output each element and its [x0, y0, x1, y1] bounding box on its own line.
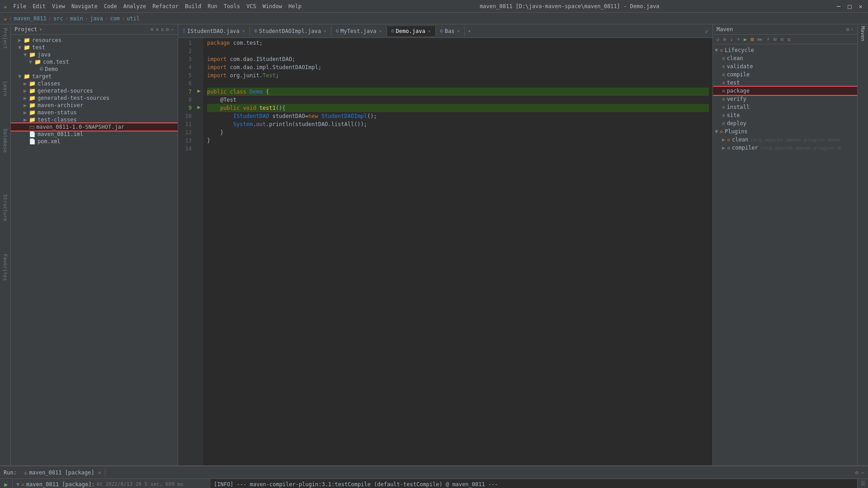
- output-settings-icon[interactable]: ☰: [861, 481, 865, 487]
- m-icon[interactable]: m: [749, 36, 755, 43]
- tab-studentdaoimpl[interactable]: © StudentDAOImpl.java ✕: [250, 26, 331, 36]
- tab-close-icon[interactable]: ✕: [428, 28, 431, 33]
- close-button[interactable]: ✕: [857, 3, 864, 10]
- maximize-button[interactable]: □: [846, 3, 853, 10]
- menu-code[interactable]: Code: [101, 2, 120, 10]
- layout-icon[interactable]: ⊞: [772, 36, 778, 43]
- tab-close-icon[interactable]: ✕: [324, 28, 326, 33]
- tree-item-maven-archiver[interactable]: ▶ 📁 maven-archiver: [11, 102, 178, 109]
- menu-view[interactable]: View: [49, 2, 68, 10]
- sort-icon[interactable]: ⇅: [160, 26, 164, 33]
- tree-item-classes[interactable]: ▶ 📁 classes: [11, 80, 178, 87]
- minimize-panel-icon[interactable]: —: [171, 26, 174, 33]
- locate-icon[interactable]: ⊕: [151, 26, 154, 33]
- code-editor[interactable]: package com.test; import com.dao.IStuden…: [203, 38, 712, 465]
- run-tab-maven[interactable]: ⚠ maven_0811 [package] ✕: [20, 469, 105, 477]
- tab-bas[interactable]: © Bas ✕: [436, 26, 465, 36]
- tree-item-gen-test-sources[interactable]: ▶ 📁 generated-test-sources: [11, 94, 178, 102]
- tree-item-iml[interactable]: 📄 maven_0811.iml: [11, 131, 178, 138]
- tree-item-resources[interactable]: ▶ 📁 resources: [11, 37, 178, 44]
- maven-item-deploy[interactable]: ⚙ deploy: [713, 119, 857, 127]
- maven-sidebar-label[interactable]: Maven: [859, 24, 867, 43]
- breadcrumb-src[interactable]: src: [53, 15, 63, 22]
- menu-edit[interactable]: Edit: [30, 2, 48, 10]
- settings-icon[interactable]: ⚙: [846, 26, 849, 33]
- tab-istudentdao[interactable]: I IStudentDAO.java ✕: [178, 26, 250, 36]
- run-tab-close-icon[interactable]: ✕: [98, 469, 101, 476]
- tab-mytest[interactable]: © MyTest.java ✕: [331, 26, 387, 36]
- more-tabs-icon[interactable]: ▾: [465, 28, 473, 34]
- chevron-right-icon[interactable]: ›: [850, 26, 854, 33]
- project-dropdown-icon[interactable]: ▾: [39, 26, 42, 33]
- breadcrumb-maven[interactable]: maven_0811: [14, 15, 46, 22]
- menu-navigate[interactable]: Navigate: [69, 2, 100, 10]
- tree-item-target[interactable]: ▼ 📁 target: [11, 73, 178, 80]
- menu-run[interactable]: Run: [205, 2, 220, 10]
- tree-item-java[interactable]: ▼ 📁 java: [11, 51, 178, 58]
- sidebar-item-structure[interactable]: Structure: [1, 192, 9, 223]
- tree-item-gen-sources[interactable]: ▶ 📁 generated-sources: [11, 87, 178, 94]
- tab-close-icon[interactable]: ✕: [379, 28, 382, 33]
- maven-lifecycle-header[interactable]: ▼ ⚙ Lifecycle: [713, 46, 857, 54]
- maven-plugin-clean[interactable]: ▶ ⚙ clean (org.apache.maven.plugins:mave: [713, 136, 857, 144]
- breadcrumb-com[interactable]: com: [110, 15, 120, 22]
- refresh-icon[interactable]: ↺: [715, 36, 721, 43]
- menu-help[interactable]: Help: [286, 2, 304, 10]
- download-icon[interactable]: ↓: [728, 36, 734, 43]
- maven-plugins-header[interactable]: ▼ ⚙ Plugins: [713, 127, 857, 136]
- run-settings-icons[interactable]: ⚙ —: [855, 469, 864, 476]
- menu-vcs[interactable]: VCS: [244, 2, 259, 10]
- maven-item-install[interactable]: ⚙ install: [713, 103, 857, 111]
- menu-refactor[interactable]: Refactor: [150, 2, 181, 10]
- menu-tools[interactable]: Tools: [221, 2, 243, 10]
- sort-icon[interactable]: ≡: [779, 36, 785, 43]
- run-settings-icon[interactable]: ⚙: [855, 469, 859, 476]
- menu-analyze[interactable]: Analyze: [121, 2, 149, 10]
- project-panel-icons[interactable]: ⊕ ≡ ⇅ ⚙ —: [151, 26, 174, 33]
- tab-close-icon[interactable]: ✕: [242, 28, 245, 33]
- breadcrumb-java[interactable]: java: [90, 15, 103, 22]
- minimize-button[interactable]: ─: [835, 3, 842, 10]
- double-run-icon[interactable]: ⏭: [756, 36, 764, 43]
- maven-item-validate[interactable]: ⚙ validate: [713, 62, 857, 70]
- sidebar-item-favorites[interactable]: Favorites: [1, 252, 9, 283]
- maven-item-test[interactable]: ⚙ test: [713, 79, 857, 87]
- menu-bar[interactable]: File Edit View Navigate Code Analyze Ref…: [10, 2, 304, 10]
- maven-plugin-compiler[interactable]: ▶ ⚙ compiler (org.apache.maven.plugins:m: [713, 144, 857, 152]
- plus-icon[interactable]: +: [736, 36, 741, 43]
- maven-toolbar[interactable]: ↺ ⊕ ↓ + ▶ m ⏭ ⚡ ⊞ ≡ ⇅: [713, 35, 857, 44]
- tab-close-icon[interactable]: ✕: [457, 28, 460, 33]
- maven-item-clean[interactable]: ⚙ clean: [713, 54, 857, 62]
- breadcrumb-util[interactable]: util: [127, 15, 140, 22]
- maven-item-verify[interactable]: ⚙ verify: [713, 95, 857, 103]
- menu-file[interactable]: File: [10, 2, 29, 10]
- tree-item-maven-status[interactable]: ▶ 📁 maven-status: [11, 109, 178, 116]
- tree-item-test[interactable]: ▼ 📁 test: [11, 44, 178, 51]
- tree-item-test-classes[interactable]: ▶ 📁 test-classes: [11, 116, 178, 123]
- maven-item-package[interactable]: ⚙ package: [713, 87, 857, 95]
- collapse-icon[interactable]: ≡: [156, 26, 159, 33]
- maven-item-compile[interactable]: ⚙ compile: [713, 70, 857, 79]
- run-tree-root[interactable]: ▼ ⚠ maven_0811 [package]: At 2022/8/13 2…: [14, 481, 208, 488]
- tab-demo[interactable]: © Demo.java ✕: [387, 26, 436, 36]
- run-icon[interactable]: ▶: [742, 36, 748, 43]
- run-minimize-icon[interactable]: —: [861, 469, 864, 476]
- menu-window[interactable]: Window: [260, 2, 285, 10]
- menu-build[interactable]: Build: [182, 2, 204, 10]
- add-icon[interactable]: ⊕: [722, 36, 727, 43]
- sidebar-item-learn[interactable]: Learn: [1, 80, 9, 98]
- window-controls[interactable]: ─ □ ✕: [835, 3, 864, 10]
- lightning-icon[interactable]: ⚡: [765, 36, 771, 43]
- expand-icon[interactable]: ⇅: [786, 36, 792, 43]
- tree-item-jar[interactable]: 🗃 maven_0811-1.0-SNAPSHOT.jar: [11, 123, 178, 131]
- sidebar-item-database[interactable]: Database: [1, 127, 9, 155]
- run-side-toolbar[interactable]: ▶ ⬛ ↺ 🔍 🔧: [0, 479, 13, 488]
- checkmark-icon[interactable]: ✓: [705, 28, 709, 35]
- maven-header-icons[interactable]: ⚙ ›: [846, 26, 854, 33]
- tree-item-pom[interactable]: 📄 pom.xml: [11, 138, 178, 145]
- settings-icon[interactable]: ⚙: [166, 26, 169, 33]
- tree-item-comtest[interactable]: ▼ 📁 com.test: [11, 58, 178, 66]
- run-play-button[interactable]: ▶: [1, 481, 11, 488]
- sidebar-item-project[interactable]: Project: [1, 26, 9, 51]
- tree-item-demo[interactable]: © Demo: [11, 66, 178, 73]
